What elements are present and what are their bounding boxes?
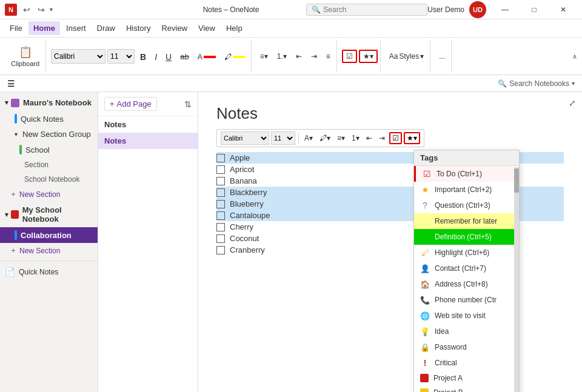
- bold-btn[interactable]: B: [136, 50, 150, 64]
- tag-item-contact[interactable]: 👤 Contact (Ctrl+7): [414, 261, 519, 276]
- checkbox-blueberry[interactable]: [216, 200, 225, 208]
- hamburger-icon[interactable]: ☰: [7, 79, 15, 88]
- strikethrough-btn[interactable]: ab: [176, 50, 192, 64]
- font-select[interactable]: Calibri: [51, 49, 105, 64]
- clipboard-btn[interactable]: 📋Clipboard: [7, 44, 43, 69]
- page-item-notes[interactable]: Notes: [98, 133, 198, 149]
- note-numbering-btn[interactable]: 1▾: [349, 133, 362, 143]
- mauro-notebook-header[interactable]: ▾ Mauro's Notebook: [0, 95, 98, 111]
- project-a-icon: [420, 374, 429, 382]
- tag-item-todo[interactable]: ☑ To Do (Ctrl+1): [414, 166, 519, 182]
- font-size-select[interactable]: 11: [107, 49, 135, 64]
- tag-item-web[interactable]: 🌐 Web site to visit: [414, 308, 519, 324]
- ribbon-font: Calibri 11 B I U ab A 🖍: [48, 40, 252, 72]
- search-input[interactable]: [323, 5, 420, 14]
- tag-item-phone[interactable]: 📞 Phone number (Ctr: [414, 292, 519, 308]
- note-indent2-btn[interactable]: ⇥: [376, 133, 387, 143]
- sort-btn[interactable]: ⇅: [184, 99, 192, 109]
- new-section-group-item[interactable]: ▾ New Section Group: [0, 127, 98, 142]
- menu-history[interactable]: History: [121, 21, 155, 35]
- minimize-btn[interactable]: —: [491, 0, 519, 19]
- underline-btn[interactable]: U: [162, 50, 175, 64]
- tag-item-question[interactable]: ? Question (Ctrl+3): [414, 198, 519, 213]
- tag-item-project-a[interactable]: Project A: [414, 371, 519, 385]
- menu-help[interactable]: Help: [221, 21, 247, 35]
- tag-item-important[interactable]: ★ Important (Ctrl+2): [414, 182, 519, 198]
- tag-item-address[interactable]: 🏠 Address (Ctrl+8): [414, 276, 519, 292]
- tag-password-label: Password: [435, 343, 467, 351]
- nb-search-label[interactable]: Search Notebooks: [509, 79, 569, 88]
- item-cranberry: Cranberry: [230, 245, 265, 254]
- user-avatar[interactable]: UD: [469, 1, 486, 18]
- school-section-item[interactable]: School: [0, 142, 98, 158]
- tags-scrollbar[interactable]: [514, 167, 519, 392]
- maximize-btn[interactable]: □: [520, 0, 548, 19]
- checkbox-cantaloupe[interactable]: [216, 211, 225, 220]
- styles-btn[interactable]: Aa Styles ▾: [386, 50, 427, 62]
- font-color-btn[interactable]: A: [194, 50, 219, 64]
- checkbox-apple[interactable]: [216, 154, 225, 162]
- checkbox-blackberry[interactable]: [216, 188, 225, 197]
- menu-draw[interactable]: Draw: [92, 21, 120, 35]
- tag-item-remember[interactable]: Remember for later: [414, 213, 519, 229]
- redo-btn[interactable]: ↪: [35, 4, 47, 16]
- collab-bar: [15, 230, 17, 240]
- undo-btn[interactable]: ↩: [21, 4, 33, 16]
- tag-address-label: Address (Ctrl+8): [435, 280, 488, 288]
- close-btn[interactable]: ✕: [549, 0, 577, 19]
- more-btn[interactable]: ...: [435, 50, 449, 62]
- tag-check-btn[interactable]: ☑: [342, 50, 357, 63]
- question-icon: ?: [420, 201, 430, 210]
- checkbox-banana[interactable]: [216, 177, 225, 185]
- italic-btn[interactable]: I: [151, 50, 161, 64]
- checkbox-cranberry[interactable]: [216, 246, 225, 254]
- quick-notes-bottom[interactable]: 📄 Quick Notes: [0, 264, 98, 281]
- align-btn[interactable]: ≡: [323, 50, 334, 62]
- note-tag-check-btn[interactable]: ☑: [389, 132, 402, 144]
- note-size-select[interactable]: 11: [271, 131, 295, 145]
- tag-item-critical[interactable]: ! Critical: [414, 355, 519, 371]
- tag-item-password[interactable]: 🔒 Password: [414, 339, 519, 355]
- tag-question-label: Question (Ctrl+3): [435, 201, 490, 210]
- school-section-subsection[interactable]: Section: [0, 158, 98, 172]
- new-section-add-1[interactable]: ＋ New Section: [0, 187, 98, 202]
- main-area: ▾ Mauro's Notebook Quick Notes ▾ New Sec…: [0, 92, 582, 392]
- menu-insert[interactable]: Insert: [61, 21, 91, 35]
- my-school-notebook-header[interactable]: ▾ My School Notebook: [0, 202, 98, 227]
- menu-view[interactable]: View: [193, 21, 220, 35]
- ribbon-collapse-btn[interactable]: ∧: [572, 52, 577, 60]
- highlight-btn[interactable]: 🖍: [221, 50, 249, 64]
- item-apricot: Apricot: [230, 165, 254, 174]
- indent-less-btn[interactable]: ⇤: [292, 50, 306, 62]
- note-highlight-btn[interactable]: 🖍▾: [317, 133, 333, 143]
- collaboration-item[interactable]: Collaboration: [0, 227, 98, 243]
- bullets-btn[interactable]: ≡▾: [256, 50, 272, 62]
- add-page-btn[interactable]: + Add Page: [104, 97, 157, 111]
- tag-item-project-b[interactable]: Project B: [414, 385, 519, 392]
- menu-review[interactable]: Review: [156, 21, 192, 35]
- note-font-select[interactable]: Calibri: [221, 131, 269, 145]
- checkbox-coconut[interactable]: [216, 234, 225, 243]
- note-bullets-btn[interactable]: ≡▾: [335, 133, 347, 143]
- menu-home[interactable]: Home: [28, 21, 60, 35]
- tag-item-idea[interactable]: 💡 Idea: [414, 324, 519, 339]
- tag-item-definition[interactable]: Definition (Ctrl+5): [414, 229, 519, 245]
- menu-file[interactable]: File: [5, 21, 27, 35]
- new-section-add-2[interactable]: ＋ New Section: [0, 243, 98, 258]
- tag-star-btn[interactable]: ★▾: [359, 50, 378, 63]
- checkbox-cherry[interactable]: [216, 223, 225, 231]
- tag-definition-label: Definition (Ctrl+5): [435, 233, 492, 241]
- school-notebook-item[interactable]: School Notebook: [0, 172, 98, 187]
- indent-more-btn[interactable]: ⇥: [307, 50, 321, 62]
- dropdown-arrow[interactable]: ▾: [50, 6, 53, 13]
- title-search-box[interactable]: 🔍: [306, 4, 427, 16]
- nb-search-dropdown[interactable]: ▾: [572, 80, 575, 87]
- expand-icon[interactable]: ⤢: [569, 98, 576, 108]
- checkbox-apricot[interactable]: [216, 165, 225, 174]
- numbering-btn[interactable]: 1.▾: [273, 50, 290, 62]
- note-color-btn[interactable]: A▾: [302, 133, 315, 143]
- note-tag-star-btn[interactable]: ★▾: [404, 132, 420, 144]
- note-indent1-btn[interactable]: ⇤: [364, 133, 375, 143]
- tag-item-highlight[interactable]: 🖊 Highlight (Ctrl+6): [414, 245, 519, 261]
- quick-notes-item[interactable]: Quick Notes: [0, 111, 98, 127]
